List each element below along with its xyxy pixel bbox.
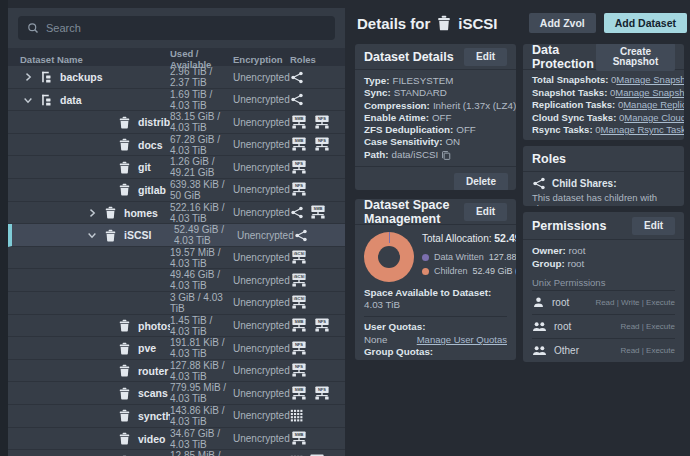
encryption-value: Unencrypted xyxy=(233,139,290,150)
table-row[interactable]: homes522.16 KiB / 4.03 TiBUnencryptedSMB xyxy=(8,202,345,225)
delete-dataset-button[interactable]: Delete xyxy=(454,173,508,190)
manage-link[interactable]: Manage Replication Tasks xyxy=(623,99,684,112)
legend-dot-icon xyxy=(422,268,429,275)
table-row[interactable]: www12.85 MiB / 4.03 TiBUnencryptedNFS xyxy=(8,450,345,456)
detail-field: Type:FILESYSTEM xyxy=(364,75,507,87)
search-input[interactable] xyxy=(46,22,326,34)
search-box[interactable] xyxy=(18,16,335,40)
column-header-dataset-name[interactable]: Dataset Name xyxy=(8,54,170,65)
table-row[interactable]: vm-113-disk-049.46 GiB / 4.03 TiBUnencry… xyxy=(8,269,345,292)
total-allocation: Total Allocation: 52.49 GiB xyxy=(422,232,507,244)
permissions-edit-button[interactable]: Edit xyxy=(632,217,675,235)
chevron-right-icon[interactable] xyxy=(86,207,104,219)
table-row[interactable]: docs67.28 GiB / 4.03 TiBUnencryptedSMBNF… xyxy=(8,134,345,157)
table-row[interactable]: iSCSI52.49 GiB / 4.03 TiBUnencrypted xyxy=(8,224,345,247)
table-row[interactable]: gitlab639.38 KiB / 50 GiBUnencryptedNFS xyxy=(8,179,345,202)
space-management-edit-button[interactable]: Edit xyxy=(464,203,507,221)
encryption-value: Unencrypted xyxy=(233,72,290,83)
manage-link[interactable]: Manage Snapshots xyxy=(616,74,684,87)
dataset-icon xyxy=(118,161,138,174)
quota-label: Group Quotas: xyxy=(364,346,507,358)
table-row[interactable]: scans779.95 MiB / 4.03 TiBUnencryptedSMB… xyxy=(8,382,345,405)
nfs-share-icon: NFS xyxy=(290,363,308,378)
create-snapshot-button[interactable]: Create Snapshot xyxy=(596,44,675,71)
manage-quota-link[interactable]: Manage Group Quotas xyxy=(410,358,507,360)
permissions-title: Permissions xyxy=(532,219,606,233)
data-protection-card: Data Protection Create Snapshot Total Sn… xyxy=(523,44,684,140)
manage-link[interactable]: Manage Rsync Tasks xyxy=(601,124,685,137)
group-icon xyxy=(532,344,547,357)
table-row[interactable]: lvm19.57 MiB / 4.03 TiBUnencryptediSCSI xyxy=(8,247,345,270)
unix-permissions-label: Unix Permissions xyxy=(532,277,675,288)
dataset-name-label: gitlab xyxy=(138,184,166,196)
table-row[interactable]: git1.26 GiB / 49.21 GiBUnencryptedNFS xyxy=(8,156,345,179)
encryption-value: Unencrypted xyxy=(233,297,290,308)
iscsi-share-icon: iSCSI xyxy=(290,250,308,265)
used-available-value: 1.26 GiB / 49.21 GiB xyxy=(170,156,233,178)
space-available-label: Space Available to Dataset: xyxy=(364,287,507,298)
svg-text:SMB: SMB xyxy=(295,116,304,121)
encryption-value: Unencrypted xyxy=(233,343,290,354)
details-panel: Details for iSCSI Add Zvol Add Dataset D… xyxy=(353,0,687,456)
chevron-down-icon[interactable] xyxy=(22,94,40,106)
dataset-name-label: iSCSI xyxy=(124,229,151,241)
roles-cell: NFS xyxy=(290,160,345,175)
dataset-name-label: scans xyxy=(138,387,168,399)
table-row[interactable]: backups2.96 TiB / 2.37 TiBUnencrypted xyxy=(8,66,345,89)
manage-quota-link[interactable]: Manage User Quotas xyxy=(417,333,507,346)
dataset-icon xyxy=(118,138,138,151)
column-header-roles[interactable]: Roles xyxy=(290,54,345,65)
table-row[interactable]: video34.67 GiB / 4.03 TiBUnencryptedSMB xyxy=(8,428,345,451)
roles-cell: SMBNFS xyxy=(290,318,345,333)
quota-label: User Quotas: xyxy=(364,321,507,333)
roles-cell: iSCSI xyxy=(290,273,345,288)
column-header-encryption[interactable]: Encryption xyxy=(233,54,290,65)
roles-cell: iSCSI xyxy=(290,250,345,265)
manage-link[interactable]: Manage Snapshot Tasks xyxy=(615,87,684,100)
table-row[interactable]: vm-147-disk-03 GiB / 4.03 TiBUnencrypted… xyxy=(8,292,345,315)
manage-link[interactable]: Manage Cloud Sync Tasks xyxy=(624,112,684,125)
data-protection-row: Total Snapshots: 0Manage Snapshots xyxy=(532,74,675,87)
table-row[interactable]: photos1.45 TiB / 4.03 TiBUnencryptedSMBN… xyxy=(8,315,345,338)
used-available-value: 12.85 MiB / 4.03 TiB xyxy=(170,450,233,456)
root-dataset-icon xyxy=(40,93,60,107)
add-dataset-button[interactable]: Add Dataset xyxy=(604,13,687,34)
left-edge-strip xyxy=(0,0,8,456)
dataset-icon xyxy=(436,15,452,31)
encryption-value: Unencrypted xyxy=(233,320,290,331)
nfs-share-icon: NFS xyxy=(313,115,331,130)
used-available-value: 522.16 KiB / 4.03 TiB xyxy=(170,202,233,224)
dataset-rows: backups2.96 TiB / 2.37 TiBUnencrypteddat… xyxy=(8,66,345,456)
svg-text:SMB: SMB xyxy=(295,319,304,324)
chevron-down-icon[interactable] xyxy=(86,229,104,241)
nfs-share-icon: NFS xyxy=(313,318,331,333)
dataset-name-label: data xyxy=(60,94,82,106)
table-row[interactable]: data1.69 TiB / 4.03 TiBUnencrypted xyxy=(8,89,345,112)
dataset-icon xyxy=(118,387,138,400)
roles-cell: NFS xyxy=(290,363,345,378)
nfs-share-icon: NFS xyxy=(313,386,331,401)
copy-icon[interactable] xyxy=(441,150,451,160)
svg-text:iSCSI: iSCSI xyxy=(294,297,305,302)
quota-line: NoneManage Group Quotas xyxy=(364,358,507,360)
detail-field: Path:data/iSCSI xyxy=(364,149,507,161)
svg-text:SMB: SMB xyxy=(295,387,304,392)
encryption-value: Unencrypted xyxy=(233,433,290,444)
roles-cell xyxy=(290,409,345,422)
table-row[interactable]: pve191.81 KiB / 4.03 TiBUnencryptedNFS xyxy=(8,337,345,360)
search-icon xyxy=(27,22,39,34)
add-zvol-button[interactable]: Add Zvol xyxy=(529,13,596,34)
dataset-icon xyxy=(118,409,138,422)
used-available-value: 52.49 GiB / 4.03 TiB xyxy=(174,224,237,246)
dataset-name-label: docs xyxy=(138,139,163,151)
used-available-value: 639.38 KiB / 50 GiB xyxy=(170,179,233,201)
table-row[interactable]: syncthing143.86 KiB / 4.03 TiBUnencrypte… xyxy=(8,405,345,428)
table-row[interactable]: distrib83.15 GiB / 4.03 TiBUnencryptedSM… xyxy=(8,111,345,134)
nfs-share-icon: NFS xyxy=(290,160,308,175)
roles-cell xyxy=(290,93,345,106)
chevron-right-icon[interactable] xyxy=(22,71,40,83)
roles-cell xyxy=(294,229,345,242)
roles-cell: SMBNFS xyxy=(290,386,345,401)
table-row[interactable]: router127.88 KiB / 4.03 TiBUnencryptedNF… xyxy=(8,360,345,383)
dataset-details-edit-button[interactable]: Edit xyxy=(464,48,507,66)
